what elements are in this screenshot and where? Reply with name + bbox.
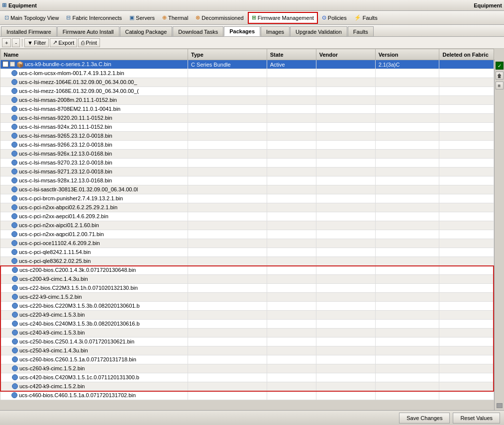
table-row[interactable]: ucs-c-lsi-mrsas-924x.20.11.1-0152.bin: [0, 123, 494, 132]
cell-vendor: [316, 221, 375, 230]
add-button[interactable]: +: [2, 38, 11, 47]
table-row[interactable]: ucs-c-lsi-mrsas-928x.12.13.0-0168.bin: [0, 176, 494, 185]
export-icon: ↗: [53, 39, 57, 46]
tab-upgrade-validation[interactable]: Upgrade Validation: [290, 26, 347, 36]
cell-version: [375, 221, 439, 230]
table-row[interactable]: ucs-c240-bios.C240M3.1.5.3b.0.0820201306…: [0, 320, 494, 329]
tab-download-tasks[interactable]: Download Tasks: [173, 26, 223, 36]
col-header-version: Version: [375, 49, 439, 60]
table-row[interactable]: ucs-c-lsi-mrsas-9220.20.11.1-0152.bin: [0, 114, 494, 123]
table-row[interactable]: ucs-c460-bios.C460.1.5.1a.0.071720131702…: [0, 391, 494, 400]
table-row[interactable]: ucs-c220-bios.C220M3.1.5.3b.0.0820201306…: [0, 302, 494, 311]
filter-button[interactable]: ▼ Filter: [24, 38, 49, 47]
cell-state: [267, 176, 316, 185]
cell-state: [267, 78, 316, 87]
table-row[interactable]: ucs-c-lsi-mrsas-926x.12.13.0-0168.bin: [0, 150, 494, 159]
tab-faults[interactable]: Faults: [348, 26, 374, 36]
thermal-icon: ⊕: [162, 14, 167, 21]
cell-type: C Series Bundle: [188, 60, 267, 69]
cell-name: ucs-c420-bios.C420M3.1.5.1c.0.0711201313…: [0, 373, 188, 382]
table-row[interactable]: ucs-c22-k9-cimc.1.5.2.bin: [0, 293, 494, 302]
row-expander[interactable]: −: [10, 62, 15, 67]
main-content: Name Type State Vendor Version Deleted o…: [0, 49, 504, 425]
cell-deletedOnFabric: [439, 114, 494, 123]
table-row[interactable]: ucs-c22-bios.C22M3.1.5.1h.0.071020132130…: [0, 284, 494, 293]
file-icon: [12, 321, 18, 327]
table-row[interactable]: ucs-c-lsi-mrsas-2008m.20.11.1-0152.bin: [0, 96, 494, 105]
table-row[interactable]: ucs-c-lsi-mrsas-9271.23.12.0-0018.bin: [0, 168, 494, 176]
nav-thermal[interactable]: ⊕ Thermal: [159, 12, 192, 24]
table-row[interactable]: ucs-c-lom-ucsx-mlom-001.7.4.19.13.2.1.bi…: [0, 69, 494, 78]
nav-firmware-management[interactable]: ⊞ Firmware Management: [248, 12, 318, 24]
delete-button[interactable]: 🗑: [496, 72, 504, 80]
table-row[interactable]: ucs-c240-k9-cimc.1.5.3.bin: [0, 329, 494, 338]
table-row[interactable]: ucs-c250-k9-cimc.1.4.3u.bin: [0, 346, 494, 355]
col-header-type: Type: [188, 49, 267, 60]
tab-installed-firmware[interactable]: Installed Firmware: [1, 26, 57, 36]
row-checkbox[interactable]: [2, 61, 8, 67]
reset-values-button[interactable]: Reset Values: [453, 413, 500, 424]
cell-vendor: [316, 159, 375, 168]
save-changes-button[interactable]: Save Changes: [399, 413, 450, 424]
table-row[interactable]: ucs-c-lsi-mezz-1068E.01.32.09.00_06.34.0…: [0, 87, 494, 96]
table-row[interactable]: ucs-c-lsi-mezz-1064E.01.32.09.00_06.34.0…: [0, 78, 494, 87]
cell-state: [267, 230, 316, 239]
print-button[interactable]: ⎙ Print: [78, 38, 100, 47]
check-button[interactable]: ✓: [496, 62, 504, 70]
cell-name: ucs-c220-bios.C220M3.1.5.3b.0.0820201306…: [0, 302, 188, 311]
cell-version: [375, 123, 439, 132]
tab-firmware-auto-install[interactable]: Firmware Auto Install: [57, 26, 119, 36]
table-row[interactable]: ucs-c-pci-n2xx-aepci01.4.6.209.2.bin: [0, 212, 494, 221]
cell-type: [188, 221, 267, 230]
nav-servers[interactable]: ▣ Servers: [126, 12, 158, 24]
cell-version: [375, 141, 439, 150]
table-row[interactable]: ucs-c-pci-qle8242.1.11.54.bin: [0, 248, 494, 257]
nav-main-topology[interactable]: ⊡ Main Topology View: [1, 12, 62, 24]
table-row[interactable]: ucs-c200-bios.C200.1.4.3k.0.071720130648…: [0, 266, 494, 275]
cell-state: [267, 194, 316, 203]
table-row[interactable]: ucs-c-pci-n2xx-aipci01.2.1.60.bin: [0, 221, 494, 230]
export-button[interactable]: ↗ Export: [50, 38, 77, 47]
table-row[interactable]: ucs-c-pci-oce11102.4.6.209.2.bin: [0, 239, 494, 248]
table-row[interactable]: ucs-c-lsi-mrsas-8708EM2.11.0.1-0041.bin: [0, 105, 494, 114]
table-row[interactable]: ucs-c420-k9-cimc.1.5.2.bin: [0, 382, 494, 391]
table-row[interactable]: ucs-c420-bios.C420M3.1.5.1c.0.0711201313…: [0, 373, 494, 382]
table-row[interactable]: ucs-c260-k9-cimc.1.5.2.bin: [0, 364, 494, 373]
table-row[interactable]: ucs-c-lsi-mrsas-9270.23.12.0-0018.bin: [0, 159, 494, 168]
table-row[interactable]: ucs-c220-k9-cimc.1.5.3.bin: [0, 311, 494, 320]
cell-deletedOnFabric: [439, 364, 494, 373]
cell-deletedOnFabric: [439, 284, 494, 293]
table-row[interactable]: ucs-c250-bios.C250.1.4.3i.0.071720130621…: [0, 338, 494, 346]
nav-fabric-interconnects[interactable]: ⊟ Fabric Interconnects: [63, 12, 125, 24]
cell-type: [188, 239, 267, 248]
config-button[interactable]: ≡: [496, 82, 504, 89]
cell-vendor: [316, 284, 375, 293]
table-row[interactable]: ucs-c-pci-n2xx-abpci02.6.2.25.29.2.1.bin: [0, 203, 494, 212]
cell-version: [375, 302, 439, 311]
table-row[interactable]: ucs-c-lsi-mrsas-9265.23.12.0-0018.bin: [0, 132, 494, 141]
cell-version: [375, 293, 439, 302]
table-row[interactable]: ucs-c-pci-brcm-punisher2.7.4.19.13.2.1.b…: [0, 194, 494, 203]
table-row[interactable]: ucs-c200-k9-cimc.1.4.3u.bin: [0, 275, 494, 284]
cell-version: [375, 248, 439, 257]
table-row[interactable]: ucs-c260-bios.C260.1.5.1a.0.071720131718…: [0, 355, 494, 364]
cell-name-text: ucs-c240-bios.C240M3.1.5.3b.0.0820201306…: [19, 321, 140, 327]
cell-name: ucs-c240-k9-cimc.1.5.3.bin: [0, 329, 188, 338]
cell-name: ucs-c250-k9-cimc.1.4.3u.bin: [0, 346, 188, 355]
nav-faults[interactable]: ⚡ Faults: [351, 12, 381, 24]
nav-decommissioned[interactable]: ⊗ Decommissioned: [192, 12, 247, 24]
tab-images[interactable]: Images: [261, 26, 290, 36]
table-row[interactable]: ucs-c-lsi-sasctlr-30813E.01.32.09.00_06.…: [0, 185, 494, 194]
tab-packages[interactable]: Packages: [224, 26, 260, 36]
table-row[interactable]: ucs-c-pci-qle8362.2.02.25.bin: [0, 257, 494, 266]
table-row[interactable]: −📦ucs-k9-bundle-c-series.2.1.3a.C.binC S…: [0, 60, 494, 69]
tab-catalog-package[interactable]: Catalog Package: [120, 26, 173, 36]
cell-name-text: ucs-k9-bundle-c-series.2.1.3a.C.bin: [25, 61, 111, 67]
remove-icon: -: [15, 40, 17, 46]
table-row[interactable]: ucs-c-pci-n2xx-aqpci01.2.00.71.bin: [0, 230, 494, 239]
table-row[interactable]: ucs-c-lsi-mrsas-9266.23.12.0-0018.bin: [0, 141, 494, 150]
remove-button[interactable]: -: [12, 38, 20, 47]
cell-deletedOnFabric: [439, 266, 494, 275]
nav-policies[interactable]: ⊙ Policies: [318, 12, 350, 24]
table-scroll-area[interactable]: Name Type State Vendor Version Deleted o…: [0, 49, 504, 410]
